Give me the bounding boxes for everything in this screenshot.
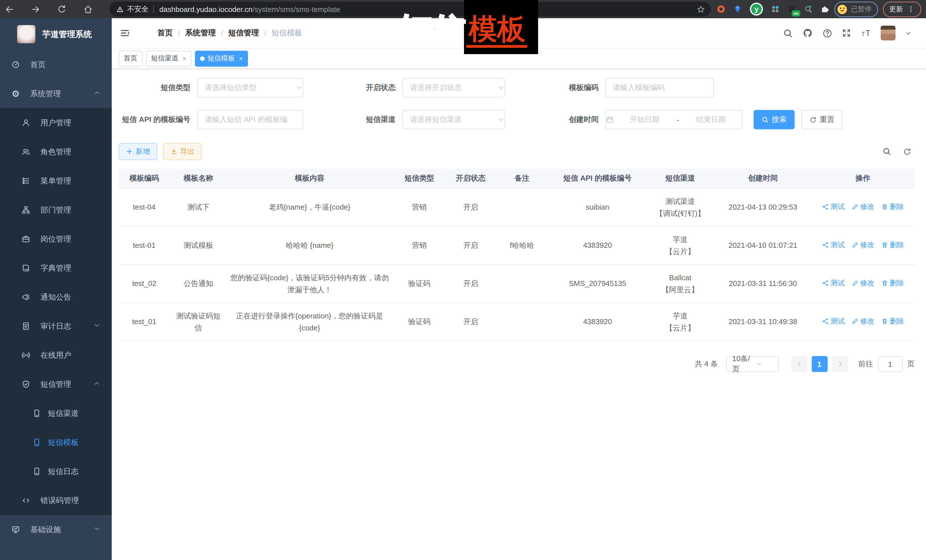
chevron-down-icon [498, 116, 504, 123]
refresh-table-icon[interactable] [903, 147, 911, 156]
avatar-caret-icon[interactable] [905, 30, 911, 36]
sidebar-item-dept[interactable]: 部门管理 [0, 195, 112, 225]
sidebar-item-label: 短信管理 [41, 379, 71, 389]
search-icon[interactable] [783, 28, 793, 38]
tab-首页[interactable]: 首页 [118, 50, 142, 66]
sidebar-item-sms[interactable]: 短信管理 [0, 370, 112, 399]
delete-link[interactable]: 删除 [881, 239, 904, 251]
sidebar-item-infra[interactable]: 基础设施 [0, 515, 112, 544]
select-field[interactable]: 请选择短信类型 [197, 78, 303, 97]
sidebar-item-system[interactable]: 系统管理 [0, 79, 112, 108]
ext-gem-icon[interactable] [733, 5, 742, 14]
breadcrumb-item[interactable]: 短信管理 [228, 28, 259, 38]
sidebar-item-dict[interactable]: 字典管理 [0, 254, 112, 282]
sidebar-item-sms-channel[interactable]: 短信渠道 [0, 399, 112, 428]
code-icon [22, 496, 30, 505]
share-icon [822, 318, 829, 325]
daterange-field[interactable]: 开始日期-结束日期 [605, 110, 742, 129]
tab-短信渠道[interactable]: 短信渠道× [146, 50, 192, 66]
prev-page-button[interactable] [791, 356, 807, 372]
edit-link[interactable]: 修改 [852, 201, 875, 213]
test-link[interactable]: 测试 [822, 239, 845, 251]
test-link[interactable]: 测试 [822, 277, 845, 289]
cell-name: 测试模板 [170, 226, 227, 265]
active-tab-dot [200, 56, 205, 61]
sidebar-item-home[interactable]: 首页 [0, 50, 112, 79]
user-avatar[interactable] [881, 26, 895, 41]
sidebar-item-errcode[interactable]: 错误码管理 [0, 486, 112, 515]
bookmark-star-icon[interactable] [696, 5, 705, 14]
ext-list-icon[interactable]: on [787, 5, 796, 14]
table-row: test-01测试模板哈哈哈 {name}营销开启f哈哈哈4383920芋道【云… [118, 226, 915, 265]
page-size-select[interactable]: 10条/页 [726, 356, 778, 372]
filter-短信类型: 短信类型请选择短信类型 [118, 78, 303, 97]
add-button[interactable]: 新增 [118, 143, 157, 160]
cell-created-at: 2021-03-31 10:49:38 [714, 303, 811, 341]
start-date-placeholder: 开始日期 [614, 115, 675, 125]
breadcrumb-item[interactable]: 首页 [157, 28, 173, 38]
help-icon[interactable] [822, 28, 832, 38]
close-tab-icon[interactable]: × [239, 54, 243, 62]
sidebar-item-sms-template[interactable]: 短信模板 [0, 428, 112, 457]
select-field[interactable]: 请选择开启状态 [402, 78, 505, 97]
input-field[interactable]: 请输入模板编码 [605, 78, 714, 97]
breadcrumb-item[interactable]: 系统管理 [185, 28, 216, 38]
browser-menu-dots-icon[interactable] [907, 5, 915, 13]
home-icon[interactable] [83, 4, 93, 14]
test-link[interactable]: 测试 [822, 201, 845, 213]
breadcrumb-separator: / [264, 29, 266, 37]
delete-link[interactable]: 删除 [881, 277, 904, 289]
collapse-sidebar-icon[interactable] [120, 28, 130, 38]
ext-dropper-icon[interactable] [804, 5, 813, 14]
tab-短信模板[interactable]: 短信模板× [195, 50, 248, 66]
goto-page-input[interactable]: 1 [878, 356, 903, 372]
filter-开启状态: 开启状态请选择开启状态 [335, 78, 505, 97]
next-page-button[interactable] [832, 356, 848, 372]
pagination: 共 4 条 10条/页 1 前往 1 页 [118, 356, 915, 372]
ext-donut-icon[interactable] [717, 5, 726, 14]
chrome-update-button[interactable]: 更新 [883, 2, 921, 17]
input-field[interactable]: 请输入短信 API 的模板编 [197, 110, 303, 129]
content: 搜索 重置 短信类型请选择短信类型开启状态请选择开启状态模板编码请输入模板编码短… [112, 69, 926, 372]
breadcrumb: 首页/系统管理/短信管理/短信模板 [157, 28, 303, 38]
test-link[interactable]: 测试 [822, 315, 845, 327]
sidebar-item-label: 短信模板 [48, 437, 79, 447]
search-button[interactable]: 搜索 [754, 110, 794, 129]
delete-link[interactable]: 删除 [881, 315, 904, 327]
sidebar-menu: 首页系统管理用户管理角色管理菜单管理部门管理岗位管理字典管理通知公告审计日志在线… [0, 50, 112, 560]
sidebar-item-notice[interactable]: 通知公告 [0, 282, 112, 312]
reload-icon[interactable] [57, 4, 67, 14]
forward-icon[interactable] [31, 4, 41, 14]
address-bar[interactable]: 不安全 dashboard.yudao.iocoder.cn/system/sm… [109, 2, 711, 17]
edit-link[interactable]: 修改 [852, 277, 875, 289]
edit-icon [852, 242, 858, 248]
trash-icon [881, 280, 888, 287]
reset-button[interactable]: 重置 [802, 110, 843, 129]
sidebar-item-post[interactable]: 岗位管理 [0, 225, 112, 254]
delete-link[interactable]: 删除 [881, 201, 904, 213]
sidebar-item-audit[interactable]: 审计日志 [0, 312, 112, 341]
sidebar-item-sms-log[interactable]: 短信日志 [0, 457, 112, 486]
cell-created-at: 2021-04-10 01:07:21 [714, 226, 811, 265]
edit-link[interactable]: 修改 [852, 315, 875, 327]
sidebar-item-menu[interactable]: 菜单管理 [0, 166, 112, 195]
ext-y-circle-icon[interactable]: y [750, 2, 763, 16]
toggle-search-icon[interactable] [882, 147, 891, 156]
megaphone-icon [22, 293, 30, 301]
export-button[interactable]: 导出 [163, 143, 202, 160]
sidebar-item-role[interactable]: 角色管理 [0, 137, 112, 166]
edit-link[interactable]: 修改 [852, 239, 875, 251]
extensions-puzzle-icon[interactable] [820, 5, 829, 14]
back-icon[interactable] [5, 4, 14, 14]
page-1-button[interactable]: 1 [811, 356, 828, 372]
sidebar-item-user[interactable]: 用户管理 [0, 108, 112, 137]
fullscreen-icon[interactable] [842, 29, 851, 38]
github-icon[interactable] [802, 28, 813, 38]
cell-name: 测试验证码短信 [170, 303, 227, 341]
text-size-icon[interactable]: TT [861, 28, 871, 38]
close-tab-icon[interactable]: × [182, 54, 186, 62]
profile-paused-button[interactable]: 已暂停 [835, 2, 878, 17]
select-field[interactable]: 请选择短信渠道 [402, 110, 505, 129]
ext-grid-icon[interactable] [771, 5, 780, 14]
sidebar-item-online[interactable]: 在线用户 [0, 341, 112, 370]
